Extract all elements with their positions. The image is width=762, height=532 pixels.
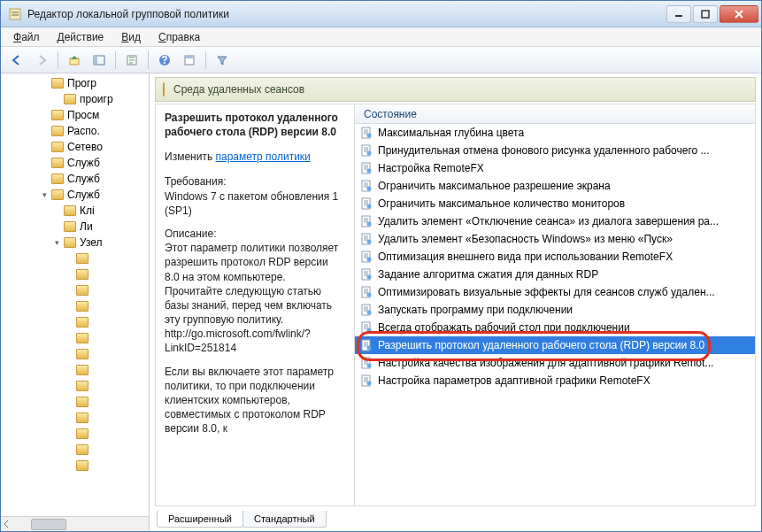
svg-point-29 bbox=[367, 169, 372, 173]
svg-rect-9 bbox=[94, 56, 97, 65]
list-row[interactable]: Удалить элемент «Отключение сеанса» из д… bbox=[355, 212, 755, 230]
tree-item[interactable]: Распо. bbox=[1, 123, 149, 139]
up-button[interactable] bbox=[64, 50, 85, 71]
description-text-2: Если вы включаете этот параметр политики… bbox=[165, 365, 345, 436]
svg-point-54 bbox=[367, 258, 372, 262]
list-row-label: Настройка параметров адаптивной графики … bbox=[378, 374, 650, 387]
policy-icon bbox=[360, 162, 373, 174]
svg-point-79 bbox=[367, 346, 372, 351]
tree-item[interactable] bbox=[1, 362, 149, 378]
tree-item[interactable]: Служб bbox=[1, 155, 149, 171]
minimize-button[interactable] bbox=[666, 5, 691, 23]
list-row[interactable]: Настройка RemoteFX bbox=[355, 159, 755, 177]
policy-icon bbox=[360, 321, 373, 334]
tree-item[interactable] bbox=[1, 458, 149, 474]
list-row[interactable]: Ограничить максимальное разрешение экран… bbox=[355, 177, 755, 195]
folder-icon bbox=[64, 237, 76, 248]
list-row-label: Запускать программу при подключении bbox=[378, 304, 573, 316]
policy-icon bbox=[360, 215, 373, 227]
policy-icon bbox=[360, 286, 373, 298]
help-button[interactable]: ? bbox=[154, 50, 175, 71]
tree-item[interactable] bbox=[1, 410, 149, 426]
tree-item[interactable] bbox=[1, 346, 149, 362]
tree-item[interactable]: Клі bbox=[1, 203, 149, 219]
tree-item[interactable]: ▾Узел bbox=[1, 235, 149, 251]
tree-item[interactable] bbox=[1, 394, 149, 410]
svg-point-44 bbox=[367, 222, 372, 227]
folder-icon bbox=[76, 317, 89, 328]
list-row[interactable]: Задание алгоритма сжатия для данных RDP bbox=[355, 266, 755, 283]
list-row[interactable]: Настройка качества изображения для адапт… bbox=[355, 354, 755, 372]
policy-icon bbox=[360, 233, 373, 245]
list-row[interactable]: Всегда отображать рабочий стол при подкл… bbox=[355, 319, 755, 336]
folder-icon bbox=[76, 349, 89, 359]
tree-item[interactable]: Прогр bbox=[1, 75, 149, 91]
horizontal-scrollbar[interactable] bbox=[1, 516, 149, 531]
list-row[interactable]: Удалить элемент «Безопасность Windows» и… bbox=[355, 230, 755, 248]
edit-policy-link[interactable]: параметр политики bbox=[215, 150, 310, 163]
list-row[interactable]: Разрешить протокол удаленного рабочего с… bbox=[355, 336, 755, 354]
description-text: Этот параметр политики позволяет разреши… bbox=[165, 241, 345, 356]
tab-extended[interactable]: Расширенный bbox=[157, 511, 243, 528]
list-column-header[interactable]: Состояние bbox=[355, 104, 755, 124]
right-pane: Среда удаленных сеансов Разрешить проток… bbox=[150, 73, 761, 531]
policy-icon bbox=[360, 268, 373, 281]
policy-icon bbox=[360, 127, 373, 139]
folder-icon bbox=[64, 221, 76, 232]
back-button[interactable] bbox=[6, 50, 27, 71]
list-row[interactable]: Принудительная отмена фонового рисунка у… bbox=[355, 142, 755, 159]
list-row-label: Удалить элемент «Отключение сеанса» из д… bbox=[378, 215, 719, 227]
tree-item[interactable] bbox=[1, 298, 149, 314]
show-hide-tree-button[interactable] bbox=[89, 50, 110, 71]
tree-item[interactable] bbox=[1, 314, 149, 330]
list-row[interactable]: Настройка параметров адаптивной графики … bbox=[355, 372, 755, 389]
tree-item[interactable]: Сетево bbox=[1, 139, 149, 155]
tree-item[interactable] bbox=[1, 426, 149, 442]
maximize-button[interactable] bbox=[693, 5, 718, 23]
forward-button[interactable] bbox=[31, 50, 52, 71]
folder-icon bbox=[76, 365, 89, 375]
tree-item[interactable]: Просм bbox=[1, 107, 149, 123]
list-row[interactable]: Максимальная глубина цвета bbox=[355, 124, 755, 142]
menu-view[interactable]: Вид bbox=[114, 29, 148, 45]
list-row[interactable]: Оптимизация внешнего вида при использова… bbox=[355, 248, 755, 266]
properties-button[interactable] bbox=[179, 50, 200, 71]
policy-icon bbox=[360, 144, 373, 157]
svg-point-64 bbox=[367, 293, 372, 297]
policy-icon bbox=[360, 180, 373, 192]
list-row-label: Настройка качества изображения для адапт… bbox=[378, 357, 713, 369]
requirements-text: Windows 7 с пакетом обновления 1 (SP1) bbox=[165, 189, 345, 218]
tree-item[interactable] bbox=[1, 330, 149, 346]
view-tabs: Расширенный Стандартный bbox=[155, 506, 756, 528]
menu-action[interactable]: Действие bbox=[50, 29, 112, 45]
titlebar: Редактор локальной групповой политики bbox=[1, 1, 761, 27]
svg-point-74 bbox=[367, 328, 372, 333]
menu-file[interactable]: Файл bbox=[6, 29, 47, 45]
list-row-label: Настройка RemoteFX bbox=[378, 162, 484, 174]
tree-item[interactable]: проигр bbox=[1, 91, 149, 107]
filter-button[interactable] bbox=[212, 50, 233, 71]
policy-list[interactable]: Максимальная глубина цветаПринудительная… bbox=[355, 124, 755, 389]
content-area: ПрогрпроигрПросмРаспо.СетевоСлужбСлужб▾С… bbox=[1, 73, 761, 531]
list-row-label: Задание алгоритма сжатия для данных RDP bbox=[378, 268, 598, 281]
menu-help[interactable]: Справка bbox=[151, 29, 207, 45]
window-title: Редактор локальной групповой политики bbox=[27, 8, 666, 20]
tree-item[interactable] bbox=[1, 251, 149, 266]
export-button[interactable] bbox=[121, 50, 142, 71]
svg-point-39 bbox=[367, 204, 372, 209]
close-button[interactable] bbox=[720, 5, 758, 23]
tree-item[interactable]: ▾Служб bbox=[1, 187, 149, 203]
tree-item[interactable] bbox=[1, 266, 149, 282]
tree-item[interactable]: Служб bbox=[1, 171, 149, 187]
tree[interactable]: ПрогрпроигрПросмРаспо.СетевоСлужбСлужб▾С… bbox=[1, 73, 149, 516]
tree-item[interactable] bbox=[1, 282, 149, 298]
list-row[interactable]: Запускать программу при подключении bbox=[355, 301, 755, 319]
list-row[interactable]: Ограничить максимальное количество монит… bbox=[355, 195, 755, 212]
tree-item[interactable] bbox=[1, 378, 149, 394]
list-row[interactable]: Оптимизировать визуальные эффекты для се… bbox=[355, 283, 755, 301]
list-row-label: Оптимизация внешнего вида при использова… bbox=[378, 251, 673, 263]
list-row-label: Оптимизировать визуальные эффекты для се… bbox=[378, 286, 715, 298]
tree-item[interactable] bbox=[1, 442, 149, 458]
tree-item[interactable]: Ли bbox=[1, 219, 149, 235]
tab-standard[interactable]: Стандартный bbox=[242, 511, 327, 528]
